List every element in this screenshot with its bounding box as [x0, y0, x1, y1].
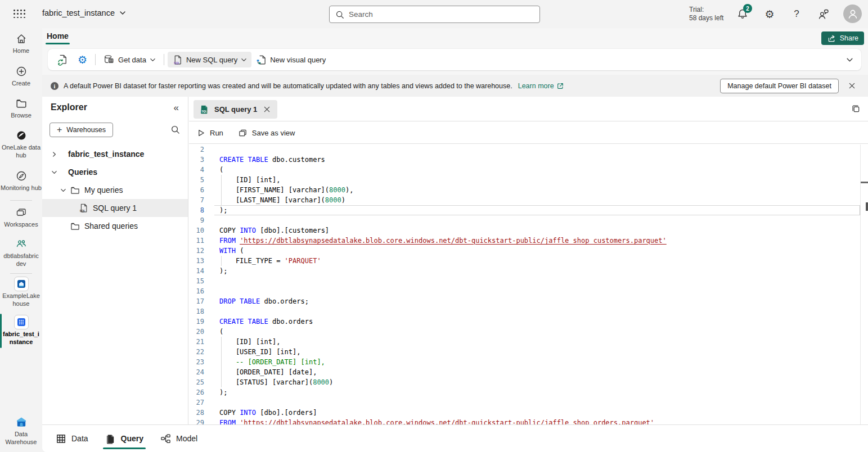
ribbon-toolbar: ⚙ Get data New SQL query New visual quer…	[48, 49, 861, 70]
rail-item-monitoring-hub[interactable]: Monitoring hub	[0, 170, 42, 192]
rail-item-fabric-test-instance[interactable]: fabric_test_instance	[0, 316, 42, 346]
workspace-switcher[interactable]: fabric_test_instance	[42, 8, 126, 17]
code-line-16[interactable]: 16	[189, 286, 860, 296]
banner-close-button[interactable]	[843, 78, 860, 94]
manage-dataset-button[interactable]: Manage default Power BI dataset	[720, 79, 839, 93]
share-button[interactable]: Share	[821, 31, 864, 45]
tree-item-my-queries[interactable]: My queries	[42, 181, 188, 199]
close-icon	[263, 106, 271, 113]
rail-item-dbtlabsfabricdev[interactable]: dbtlabsfabricdev	[0, 238, 42, 268]
line-number: 3	[189, 155, 204, 165]
new-visual-query-button[interactable]: New visual query	[251, 52, 330, 67]
app-launcher-icon[interactable]	[14, 10, 25, 19]
learn-more-link[interactable]: Learn more	[518, 82, 564, 90]
line-content: (	[204, 165, 223, 175]
settings-button[interactable]: ⚙	[763, 8, 776, 20]
line-content: );	[204, 387, 227, 397]
line-number: 15	[189, 276, 204, 286]
tab-query[interactable]: Query	[105, 425, 143, 452]
copy-button[interactable]	[851, 104, 861, 114]
code-line-25[interactable]: 25 [STATUS] [varchar](8000)	[189, 377, 860, 387]
code-line-8[interactable]: 8);	[189, 205, 860, 215]
code-line-5[interactable]: 5 [ID] [int],	[189, 175, 860, 185]
close-tab-button[interactable]	[262, 105, 272, 114]
code-line-11[interactable]: 11FROM 'https://dbtlabsynapsedatalake.bl…	[189, 236, 860, 246]
new-sql-query-button[interactable]: New SQL query	[168, 52, 251, 67]
code-line-3[interactable]: 3CREATE TABLE dbo.customers	[189, 155, 860, 165]
tab-model[interactable]: Model	[160, 425, 197, 452]
chevron-down-icon	[51, 169, 57, 175]
code-line-26[interactable]: 26);	[189, 387, 860, 397]
tree-item-queries[interactable]: Queries	[42, 163, 188, 181]
sql-file-green-icon	[199, 105, 209, 115]
collapse-ribbon-button[interactable]	[846, 56, 853, 64]
code-line-15[interactable]: 15	[189, 276, 860, 286]
collapse-explorer-button[interactable]: «	[174, 102, 179, 114]
code-line-4[interactable]: 4(	[189, 165, 860, 175]
line-content: COPY INTO [dbo].[orders]	[204, 408, 317, 418]
rail-item-data-warehouse[interactable]: Data Warehouse	[0, 416, 42, 446]
rail-item-home[interactable]: Home	[0, 33, 42, 55]
editor-scrollbar[interactable]	[860, 144, 868, 424]
sql-code-editor[interactable]: 23CREATE TABLE dbo.customers4(5 [ID] [in…	[189, 144, 868, 424]
code-line-10[interactable]: 10COPY INTO [dbo].[customers]	[189, 225, 860, 236]
search-input[interactable]	[349, 10, 534, 19]
code-line-28[interactable]: 28COPY INTO [dbo].[orders]	[189, 408, 860, 418]
rail-item-browse[interactable]: Browse	[0, 97, 42, 119]
run-icon	[197, 129, 205, 137]
tree-item-sql-query-1[interactable]: SQL query 1	[42, 199, 188, 217]
tab-home[interactable]: Home	[47, 30, 69, 44]
code-line-21[interactable]: 21 [ID] [int],	[189, 337, 860, 347]
search-icon	[335, 10, 344, 19]
account-avatar[interactable]	[843, 4, 862, 23]
run-button[interactable]: Run	[197, 129, 223, 137]
help-button[interactable]: ?	[790, 8, 803, 20]
code-line-6[interactable]: 6 [FIRST_NAME] [varchar](8000),	[189, 185, 860, 195]
code-line-27[interactable]: 27	[189, 397, 860, 408]
rail-item-create[interactable]: Create	[0, 65, 42, 87]
tree-item-shared-queries[interactable]: Shared queries	[42, 217, 188, 235]
scroll-marker	[861, 182, 868, 183]
line-number: 8	[189, 205, 204, 215]
code-line-20[interactable]: 20(	[189, 327, 860, 337]
code-line-29[interactable]: 29FROM 'https://dbtlabsynapsedatalake.bl…	[189, 418, 860, 424]
rail-item-onelake-data-hub[interactable]: OneLake data hub	[0, 129, 42, 159]
code-line-17[interactable]: 17DROP TABLE dbo.orders;	[189, 296, 860, 306]
code-line-24[interactable]: 24 [ORDER_DATE] [date],	[189, 367, 860, 377]
add-warehouses-button[interactable]: + Warehouses	[50, 123, 113, 137]
search-icon	[170, 125, 180, 134]
line-number: 27	[189, 397, 204, 408]
code-line-12[interactable]: 12WITH (	[189, 246, 860, 256]
new-report-button[interactable]	[52, 52, 73, 67]
line-content	[204, 276, 219, 286]
line-number: 19	[189, 317, 204, 327]
toolbar-divider	[164, 54, 164, 65]
editor-tab-bar: SQL query 1	[189, 97, 868, 121]
code-line-19[interactable]: 19CREATE TABLE dbo.orders	[189, 317, 860, 327]
code-line-2[interactable]: 2	[189, 144, 860, 155]
rail-item-examplelakehouse[interactable]: ExampleLakehouse	[0, 278, 42, 308]
line-number: 4	[189, 165, 204, 175]
sql-document-icon	[172, 55, 183, 65]
code-line-13[interactable]: 13 FILE_TYPE = 'PARQUET'	[189, 256, 860, 266]
code-line-23[interactable]: 23 -- [ORDER_DATE] [int],	[189, 357, 860, 367]
code-line-7[interactable]: 7 [LAST_NAME] [varchar](8000)	[189, 195, 860, 205]
line-number: 26	[189, 387, 204, 397]
code-line-18[interactable]: 18	[189, 306, 860, 317]
tree-item-warehouse-root[interactable]: fabric_test_instance	[42, 145, 188, 163]
settings-toolbar-button[interactable]: ⚙	[73, 52, 92, 67]
line-number: 13	[189, 256, 204, 266]
save-as-view-button[interactable]: Save as view	[238, 128, 295, 138]
tab-data[interactable]: Data	[56, 425, 88, 452]
code-line-14[interactable]: 14);	[189, 266, 860, 276]
rail-item-workspaces[interactable]: Workspaces	[0, 206, 42, 228]
notifications-button[interactable]: 2	[736, 8, 749, 20]
code-line-22[interactable]: 22 [USER_ID] [int],	[189, 347, 860, 357]
line-content: FROM 'https://dbtlabsynapsedatalake.blob…	[204, 236, 667, 246]
ribbon: Home Share ⚙ Get data New SQL query New …	[42, 28, 868, 75]
get-data-button[interactable]: Get data	[99, 52, 160, 67]
tab-sql-query-1[interactable]: SQL query 1	[194, 100, 277, 119]
code-line-9[interactable]: 9	[189, 215, 860, 225]
feedback-button[interactable]	[817, 8, 830, 20]
explorer-search-button[interactable]	[170, 125, 180, 134]
